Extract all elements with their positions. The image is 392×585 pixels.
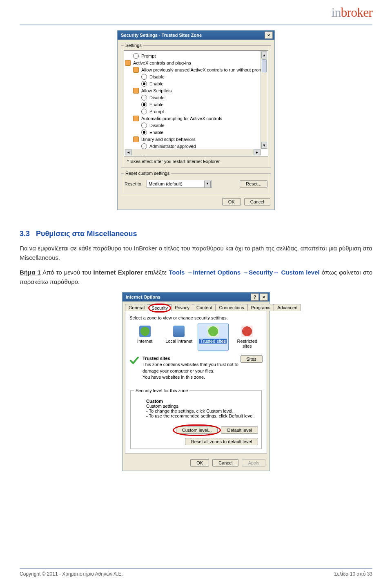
footer-copyright: Copyright © 2011 - Χρηματιστήριο Αθηνών …	[20, 571, 123, 577]
radio-icon	[141, 130, 147, 135]
setting-label: ActiveX controls and plug-ins	[133, 60, 191, 65]
reset-button[interactable]: Reset...	[240, 180, 267, 188]
setting-radio[interactable]: Disable	[125, 122, 267, 129]
radio-icon	[141, 123, 147, 128]
zone-list: InternetLocal intranetTrusted sitesRestr…	[129, 324, 263, 351]
setting-label: Disable	[149, 95, 165, 100]
zone-rest[interactable]: Restricted sites	[232, 324, 263, 351]
setting-radio[interactable]: Disable	[125, 94, 267, 101]
help-icon[interactable]: ?	[251, 293, 259, 301]
scroll-left-icon[interactable]: ◄	[125, 150, 132, 155]
setting-label: Allow previously unused ActiveX controls…	[141, 67, 263, 72]
setting-label: Enable	[149, 102, 163, 107]
footer-page: Σελίδα 10 από 33	[334, 571, 372, 577]
custom-heading: Custom	[146, 399, 163, 404]
gear-icon	[125, 60, 131, 66]
section-heading: 3.3 Ρυθμίσεις στα Miscellaneous	[20, 230, 372, 238]
setting-label: Disable	[149, 74, 165, 79]
zone-label: Local intranet	[165, 339, 194, 344]
gear-icon	[133, 116, 139, 121]
setting-label: Prompt	[141, 54, 156, 58]
setting-label: Enable	[149, 130, 163, 135]
setting-group: Allow previously unused ActiveX controls…	[125, 66, 267, 73]
zone-trust[interactable]: Trusted sites	[198, 324, 229, 351]
zone-box-title: Trusted sites	[143, 356, 170, 361]
zone-trust-icon	[207, 326, 219, 337]
ok-button[interactable]: OK	[222, 198, 241, 205]
dialog-title: Internet Options	[124, 295, 251, 299]
setting-radio[interactable]: Prompt	[125, 52, 267, 59]
close-icon[interactable]: ×	[265, 31, 273, 39]
scroll-right-icon[interactable]: ►	[254, 150, 261, 155]
tab-security[interactable]: Security	[148, 304, 172, 311]
apply-button[interactable]: Apply	[242, 459, 265, 467]
scroll-up-icon[interactable]: ▲	[261, 51, 267, 58]
dialog-title: Security Settings - Trusted Sites Zone	[119, 33, 265, 38]
zone-label: Trusted sites	[199, 339, 227, 344]
footer-rule	[20, 568, 372, 569]
horizontal-scrollbar[interactable]: ◄ ►	[125, 149, 261, 156]
cancel-button[interactable]: Cancel	[244, 198, 270, 205]
zone-world[interactable]: Internet	[129, 324, 160, 351]
header-rule	[20, 25, 372, 25]
zone-label: Internet	[131, 339, 159, 344]
zone-rest-icon	[241, 326, 253, 337]
internet-options-dialog: Internet Options ? × GeneralSecurityPriv…	[122, 292, 270, 471]
radio-icon	[141, 109, 147, 114]
setting-radio[interactable]: Disable	[125, 73, 267, 80]
reset-all-button[interactable]: Reset all zones to default level	[185, 438, 258, 445]
zone-local-icon	[173, 326, 185, 337]
settings-tree[interactable]: PromptActiveX controls and plug-insAllow…	[124, 50, 268, 156]
default-level-button[interactable]: Default level	[221, 426, 258, 434]
tab-connections[interactable]: Connections	[215, 304, 247, 311]
restart-note: *Takes effect after you restart Internet…	[127, 159, 265, 164]
zone-label: Restricted sites	[233, 339, 262, 348]
radio-icon	[133, 53, 139, 59]
radio-icon	[141, 102, 147, 107]
radio-icon	[141, 74, 147, 80]
radio-icon	[141, 81, 147, 87]
scroll-thumb[interactable]	[262, 59, 267, 72]
setting-radio[interactable]: Enable	[125, 101, 267, 108]
setting-group: ActiveX controls and plug-ins	[125, 59, 267, 66]
sites-button[interactable]: Sites	[241, 355, 263, 363]
reset-legend: Reset custom settings	[124, 171, 171, 176]
reset-group: Reset custom settings Reset to: Medium (…	[121, 171, 271, 193]
setting-label: Automatic prompting for ActiveX controls	[141, 116, 222, 121]
reset-label: Reset to:	[125, 181, 143, 186]
tab-content[interactable]: Content	[193, 304, 216, 311]
section-paragraph: Για να εμφανίζεται σε κάθε παράθυρο του …	[20, 244, 372, 262]
tab-strip: GeneralSecurityPrivacyContentConnections…	[122, 301, 270, 311]
setting-radio[interactable]: Prompt	[125, 108, 267, 115]
custom-line1: - To change the settings, click Custom l…	[146, 409, 234, 413]
scroll-down-icon[interactable]: ▼	[261, 142, 267, 149]
setting-label: Enable	[149, 81, 163, 86]
cancel-button[interactable]: Cancel	[212, 459, 238, 467]
zone-world-icon	[139, 326, 151, 337]
tab-programs[interactable]: Programs	[247, 304, 274, 311]
setting-label: Administrator approved	[149, 144, 196, 149]
setting-group: Binary and script behaviors	[125, 136, 267, 143]
step-paragraph: Βήμα 1 Από το μενού του Internet Explore…	[20, 268, 372, 286]
tab-privacy[interactable]: Privacy	[171, 304, 193, 311]
titlebar[interactable]: Internet Options ? ×	[122, 292, 270, 301]
reset-combo[interactable]: Medium (default)	[147, 180, 212, 188]
zone-local[interactable]: Local intranet	[164, 324, 195, 351]
custom-level-button[interactable]: Custom level...	[176, 426, 218, 434]
close-icon[interactable]: ×	[260, 293, 268, 301]
tab-general[interactable]: General	[125, 304, 148, 311]
setting-radio[interactable]: Enable	[125, 80, 267, 87]
vertical-scrollbar[interactable]: ▲ ▼	[261, 51, 267, 149]
security-level-legend: Security level for this zone	[134, 388, 189, 393]
security-settings-dialog: Security Settings - Trusted Sites Zone ×…	[117, 30, 275, 210]
setting-label: Disable	[149, 123, 165, 128]
tab-advanced[interactable]: Advanced	[274, 304, 301, 311]
gear-icon	[133, 67, 139, 73]
setting-label: Allow Scriptlets	[141, 88, 172, 93]
setting-radio[interactable]: Enable	[125, 129, 267, 136]
ok-button[interactable]: OK	[190, 459, 209, 467]
radio-icon	[141, 143, 147, 149]
setting-group: Automatic prompting for ActiveX controls	[125, 115, 267, 122]
setting-group: Allow Scriptlets	[125, 87, 267, 94]
titlebar[interactable]: Security Settings - Trusted Sites Zone ×	[118, 31, 274, 40]
